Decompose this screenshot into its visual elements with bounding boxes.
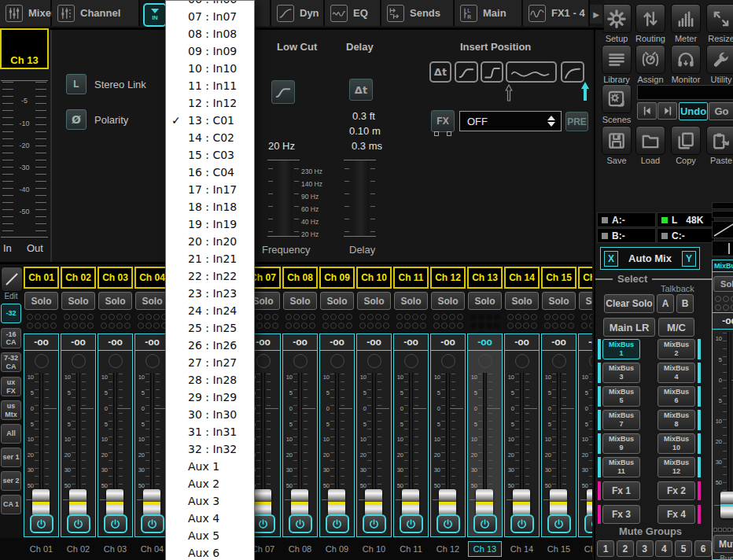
fader-track[interactable] <box>261 373 265 509</box>
fader-track[interactable] <box>298 373 302 509</box>
paste-button[interactable] <box>706 126 733 155</box>
fader-knob[interactable] <box>476 489 493 516</box>
fader-knob[interactable] <box>550 489 567 516</box>
tab-mixer[interactable]: Mixer <box>0 0 52 26</box>
fader-knob[interactable] <box>328 489 345 516</box>
dropdown-item[interactable]: Aux 6 <box>166 544 254 560</box>
channel-header[interactable]: Ch 02 <box>61 267 96 289</box>
fx-2-button[interactable]: Fx 2 <box>657 481 695 500</box>
fader-knob[interactable] <box>69 489 87 516</box>
insert-fx-select[interactable]: OFF <box>459 111 562 131</box>
channel-header[interactable]: Ch 08 <box>282 267 318 289</box>
channel-header[interactable]: Ch 01 <box>24 267 59 289</box>
mixbus-8-button[interactable]: MixBus8 <box>657 410 695 430</box>
scene-prev-button[interactable] <box>637 102 657 120</box>
channel-fader[interactable]: 1050510203050 <box>135 370 169 514</box>
solo-button[interactable]: Solo <box>579 292 592 310</box>
main-lr-button[interactable]: Main LR <box>603 318 655 337</box>
dropdown-item[interactable]: 23 : In23 <box>166 285 254 302</box>
fx-4-button[interactable]: Fx 4 <box>657 505 695 524</box>
scene-next-button[interactable] <box>657 102 677 120</box>
dropdown-item[interactable]: 14 : C02 <box>166 129 254 146</box>
dropdown-item[interactable]: 20 : In20 <box>166 233 254 250</box>
pan-knob[interactable] <box>293 354 308 368</box>
dropdown-item[interactable]: Aux 2 <box>166 475 254 492</box>
utility-button[interactable] <box>706 45 733 74</box>
channel-name-label[interactable]: Ch 02 <box>61 538 96 560</box>
bus-solo-button[interactable]: Solo <box>713 276 733 292</box>
save-button[interactable] <box>602 126 632 155</box>
channel-fader[interactable]: 1050510203050 <box>394 370 428 514</box>
dropdown-item[interactable]: Aux 1 <box>166 458 254 475</box>
channel-name-label[interactable]: Ch 12 <box>430 538 466 560</box>
insert-lowcut-icon[interactable] <box>455 61 478 83</box>
channel-fader[interactable]: 1050510203050 <box>283 370 317 514</box>
channel-on-button[interactable] <box>104 514 127 533</box>
assign-button[interactable] <box>635 45 665 74</box>
pan-knob[interactable] <box>441 354 455 368</box>
mixbus-11-button[interactable]: MixBus11 <box>602 457 640 477</box>
stereo-link-button[interactable]: L <box>66 74 87 94</box>
mixbus-4-button[interactable]: MixBus4 <box>657 363 695 383</box>
pan-knob[interactable] <box>552 354 566 368</box>
tab-eq[interactable]: EQ <box>325 0 381 26</box>
library-button[interactable] <box>602 45 632 74</box>
solo-button[interactable]: Solo <box>394 292 428 310</box>
solo-button[interactable]: Solo <box>135 292 169 310</box>
mc-button[interactable]: M/C <box>658 318 694 337</box>
fader-knob[interactable] <box>587 489 592 516</box>
channel-fader[interactable]: 1050510203050 <box>431 370 465 514</box>
channel-fader[interactable]: 1050510203050 <box>357 370 391 514</box>
channel-on-button[interactable] <box>289 514 312 533</box>
fader-track[interactable] <box>727 332 731 515</box>
solo-button[interactable]: Solo <box>542 292 576 310</box>
channel-on-button[interactable] <box>363 514 386 533</box>
dropdown-item[interactable]: 30 : In30 <box>166 406 254 423</box>
solo-button[interactable]: Solo <box>505 292 539 310</box>
dropdown-item[interactable]: 26 : In26 <box>166 337 254 354</box>
channel-on-button[interactable] <box>30 514 53 533</box>
mute-group-6-button[interactable]: 6 <box>694 540 712 557</box>
insert-delay-icon[interactable]: Δt <box>429 61 451 83</box>
dropdown-item[interactable]: 24 : In24 <box>166 302 254 319</box>
dropdown-item[interactable]: ✓13 : C01 <box>166 112 254 129</box>
layer-button-3[interactable]: uxFX <box>1 377 21 396</box>
dropdown-item[interactable]: 28 : In28 <box>166 371 254 389</box>
fx-1-button[interactable]: Fx 1 <box>602 481 640 500</box>
fader-knob[interactable] <box>439 489 456 516</box>
fader-knob[interactable] <box>32 489 50 516</box>
channel-fader[interactable]: 1050510203050 <box>505 370 539 514</box>
delay-fader[interactable] <box>352 160 369 236</box>
mixbus-10-button[interactable]: MixBus10 <box>657 433 695 454</box>
dropdown-item[interactable]: 16 : C04 <box>166 164 254 181</box>
fader-track[interactable] <box>372 373 376 509</box>
pan-knob[interactable] <box>330 354 344 368</box>
solo-button[interactable]: Solo <box>61 292 95 310</box>
automix-x-button[interactable]: X <box>604 251 618 267</box>
fader-knob[interactable] <box>106 489 123 516</box>
tab-fx1-4[interactable]: FX1 - 4 <box>523 0 590 26</box>
channel-fader[interactable]: 1050510203050 <box>320 370 354 514</box>
meter-button[interactable] <box>671 4 701 33</box>
input-source-dropdown-button[interactable]: IN <box>143 3 167 27</box>
channel-fader[interactable]: 1050510203050 <box>24 370 58 514</box>
layer-button-5[interactable]: All <box>1 424 21 444</box>
tab-main[interactable]: LRMain <box>455 0 523 26</box>
solo-button[interactable]: Solo <box>283 292 317 310</box>
channel-fader[interactable]: 1050510203050 <box>542 370 576 514</box>
channel-header[interactable]: Ch 09 <box>319 267 355 289</box>
dropdown-item[interactable]: 17 : In17 <box>166 181 254 198</box>
channel-name-label[interactable]: Ch 13 <box>467 538 503 560</box>
insert-eq-icon[interactable] <box>506 61 557 83</box>
channel-on-button[interactable] <box>326 514 349 533</box>
polarity-button[interactable]: Ø <box>66 109 87 130</box>
delay-time-button[interactable]: Δt <box>349 79 373 101</box>
layer-button-0[interactable]: -32 <box>1 304 21 323</box>
pan-knob[interactable] <box>404 354 418 368</box>
dropdown-item[interactable]: 19 : In19 <box>166 216 254 233</box>
layer-button-7[interactable]: ser 2 <box>1 471 21 491</box>
fader-knob[interactable] <box>291 489 308 516</box>
tab-channel[interactable]: Channel <box>52 0 140 26</box>
bus-fader[interactable]: 1050510203050 <box>713 330 733 520</box>
channel-header[interactable]: Ch 10 <box>356 267 392 289</box>
